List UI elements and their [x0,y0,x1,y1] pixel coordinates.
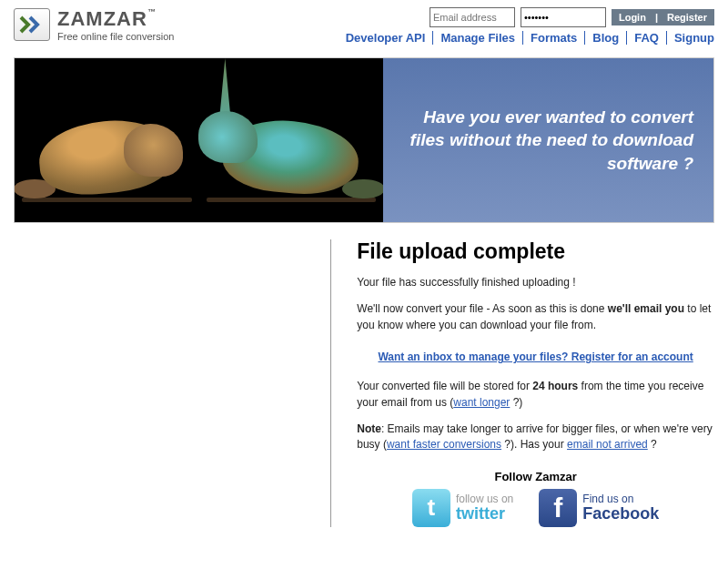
nav-signup[interactable]: Signup [667,31,714,45]
storage-info-msg: Your converted file will be stored for 2… [357,379,714,411]
upload-success-msg: Your file has successfully finished uplo… [357,275,714,290]
facebook-link[interactable]: f Find us onFacebook [539,489,659,527]
email-input[interactable] [430,7,515,27]
logo-icon [14,8,50,41]
facebook-icon: f [539,489,577,527]
convert-info-msg: We'll now convert your file - As soon as… [357,301,714,333]
hero-image [15,58,383,222]
page-title: File upload complete [357,239,714,264]
brand-tagline: Free online file conversion [57,31,174,42]
register-button[interactable]: Register [660,9,714,25]
login-form: Login | Register [339,7,714,27]
register-account-link[interactable]: Want an inbox to manage your files? Regi… [378,351,693,363]
nav-faq[interactable]: FAQ [627,31,667,45]
nav-manage-files[interactable]: Manage Files [433,31,523,45]
note-msg: Note: Emails may take longer to arrive f… [357,422,714,453]
hero-text: Have you ever wanted to convert files wi… [383,58,713,222]
faster-conversions-link[interactable]: want faster conversions [387,438,501,451]
twitter-icon: t [412,489,450,527]
login-separator: | [653,9,660,25]
twitter-link[interactable]: t follow us ontwitter [412,489,513,527]
top-nav: Developer API Manage Files Formats Blog … [339,31,714,45]
follow-heading: Follow Zamzar [357,470,714,483]
logo[interactable]: ZAMZAR™ Free online file conversion [14,7,174,42]
brand-name: ZAMZAR™ [57,7,174,31]
nav-developer-api[interactable]: Developer API [339,31,434,45]
hero-banner: Have you ever wanted to convert files wi… [14,57,714,223]
password-input[interactable] [521,7,606,27]
login-button[interactable]: Login [612,9,653,25]
nav-formats[interactable]: Formats [523,31,585,45]
email-not-arrived-link[interactable]: email not arrived [567,438,648,451]
want-longer-link[interactable]: want longer [453,396,510,409]
nav-blog[interactable]: Blog [585,31,627,45]
